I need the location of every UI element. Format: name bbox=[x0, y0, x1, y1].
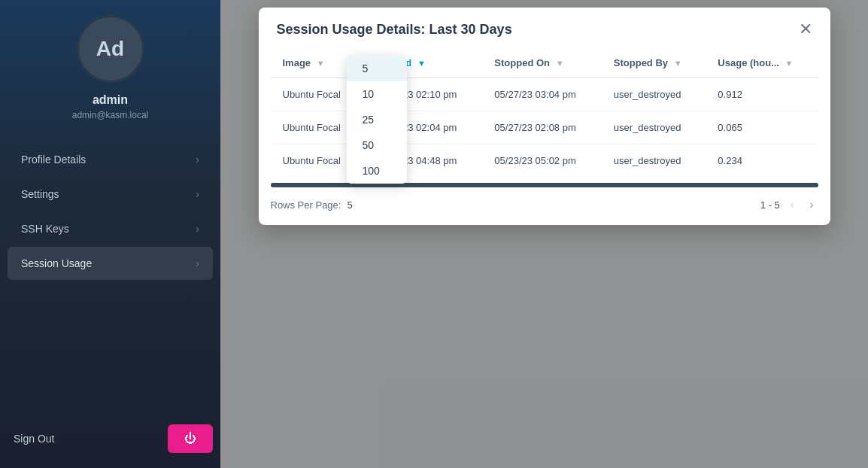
session-usage-modal: Session Usage Details: Last 30 Days ✕ Im… bbox=[259, 8, 830, 225]
cell-stopped_by: user_destroyed bbox=[602, 78, 706, 111]
rows-per-page-section: Rows Per Page: 5 5 10 25 50 100 bbox=[271, 199, 353, 211]
sort-icon-usage-hours: ▼ bbox=[785, 59, 794, 68]
modal-title: Session Usage Details: Last 30 Days bbox=[277, 22, 512, 38]
sort-icon-image: ▼ bbox=[317, 59, 325, 68]
page-info-section: 1 - 5 ‹ › bbox=[760, 195, 818, 214]
col-usage-hours[interactable]: Usage (hou... ▼ bbox=[706, 48, 818, 78]
sidebar-item-profile-details[interactable]: Profile Details › bbox=[8, 143, 213, 176]
sidebar: Ad admin admin@kasm.local Profile Detail… bbox=[0, 0, 220, 468]
signout-button[interactable]: ⏻ bbox=[168, 424, 213, 453]
table-container: Image ▼ Created ▼ Stopped On ▼ bbox=[259, 48, 830, 177]
dropdown-option-10[interactable]: 10 bbox=[347, 81, 407, 107]
avatar-initials: Ad bbox=[96, 37, 124, 61]
sidebar-item-session-usage[interactable]: Session Usage › bbox=[8, 247, 213, 280]
sidebar-item-ssh-keys[interactable]: SSH Keys › bbox=[8, 212, 213, 245]
rows-per-page-value: 5 bbox=[347, 199, 352, 211]
scrollbar-track[interactable] bbox=[271, 183, 818, 187]
dropdown-option-50[interactable]: 50 bbox=[347, 132, 407, 158]
cell-stopped_on: 05/23/23 05:02 pm bbox=[482, 144, 601, 178]
sidebar-item-settings[interactable]: Settings › bbox=[8, 178, 213, 211]
cell-stopped_by: user_destroyed bbox=[602, 144, 706, 178]
rows-per-page-selector[interactable]: 5 5 10 25 50 100 bbox=[347, 199, 352, 211]
cell-usage_hours: 0.065 bbox=[706, 111, 818, 144]
cell-stopped_on: 05/27/23 03:04 pm bbox=[482, 78, 601, 111]
dropdown-option-100[interactable]: 100 bbox=[347, 158, 407, 184]
nav-menu: Profile Details › Settings › SSH Keys › … bbox=[0, 143, 220, 417]
rows-per-page-dropdown: 5 10 25 50 100 bbox=[347, 56, 407, 184]
signout-icon: ⏻ bbox=[184, 432, 196, 445]
page-range: 1 - 5 bbox=[760, 199, 780, 211]
sidebar-item-label: Profile Details bbox=[21, 153, 86, 166]
cell-stopped_by: user_destroyed bbox=[602, 111, 706, 144]
modal-header: Session Usage Details: Last 30 Days ✕ bbox=[259, 8, 830, 48]
prev-page-button[interactable]: ‹ bbox=[786, 195, 799, 214]
chevron-right-icon: › bbox=[196, 188, 199, 200]
chevron-right-icon: › bbox=[196, 153, 199, 166]
sort-icon-stopped-on: ▼ bbox=[556, 59, 564, 68]
chevron-right-icon: › bbox=[196, 223, 199, 235]
pagination-bar: Rows Per Page: 5 5 10 25 50 100 bbox=[259, 187, 830, 225]
sidebar-item-label: Settings bbox=[21, 188, 59, 200]
cell-usage_hours: 0.912 bbox=[706, 78, 818, 111]
modal-close-button[interactable]: ✕ bbox=[799, 21, 812, 38]
dropdown-option-5[interactable]: 5 bbox=[347, 56, 407, 81]
chevron-right-icon: › bbox=[196, 257, 199, 269]
avatar: Ad bbox=[77, 15, 144, 83]
modal-overlay: Session Usage Details: Last 30 Days ✕ Im… bbox=[220, 0, 868, 468]
sort-icon-created: ▼ bbox=[417, 59, 426, 68]
scrollbar-thumb[interactable] bbox=[271, 183, 818, 187]
sort-icon-stopped-by: ▼ bbox=[674, 59, 682, 68]
col-stopped-on[interactable]: Stopped On ▼ bbox=[482, 48, 601, 78]
user-email: admin@kasm.local bbox=[72, 110, 149, 120]
dropdown-option-25[interactable]: 25 bbox=[347, 107, 407, 132]
next-page-button[interactable]: › bbox=[805, 195, 818, 214]
signout-section: Sign Out ⏻ bbox=[0, 417, 220, 468]
rows-per-page-label: Rows Per Page: bbox=[271, 199, 341, 211]
sidebar-item-label: Session Usage bbox=[21, 257, 92, 269]
signout-label: Sign Out bbox=[8, 433, 54, 445]
sidebar-item-label: SSH Keys bbox=[21, 223, 69, 235]
col-stopped-by[interactable]: Stopped By ▼ bbox=[602, 48, 706, 78]
main-content: Session Usage Details: Last 30 Days ✕ Im… bbox=[220, 0, 868, 468]
cell-stopped_on: 05/27/23 02:08 pm bbox=[482, 111, 601, 144]
username: admin bbox=[93, 93, 128, 107]
cell-usage_hours: 0.234 bbox=[706, 144, 818, 178]
